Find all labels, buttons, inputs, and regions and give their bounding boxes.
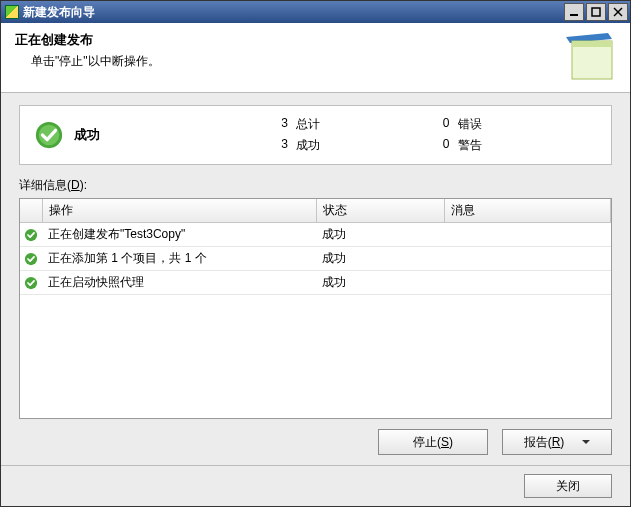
stat-total: 3总计 [274,116,436,133]
page-subtitle: 单击"停止"以中断操作。 [31,53,564,70]
stop-button[interactable]: 停止(S) [378,429,488,455]
window-controls [564,3,628,21]
row-message [444,247,611,271]
window-title: 新建发布向导 [23,4,564,21]
row-message [444,223,611,247]
row-status: 成功 [316,271,444,295]
wizard-body: 成功 3总计 0错误 3成功 0警告 详细信息(D): 操作 状态 消息 正在创… [1,93,630,465]
close-wizard-button[interactable]: 关闭 [524,474,612,498]
minimize-button[interactable] [564,3,584,21]
row-operation: 正在启动快照代理 [42,271,316,295]
row-message [444,271,611,295]
row-status-icon [20,223,42,247]
stat-warn: 0警告 [436,137,598,154]
app-icon [5,5,19,19]
summary-stats: 3总计 0错误 3成功 0警告 [274,116,597,154]
close-button[interactable] [608,3,628,21]
summary-panel: 成功 3总计 0错误 3成功 0警告 [19,105,612,165]
wizard-window: 新建发布向导 正在创建发布 单击"停止"以中断操作。 成功 3总计 0错 [0,0,631,507]
success-icon [34,120,64,150]
col-message[interactable]: 消息 [444,199,611,223]
svg-rect-1 [592,8,600,16]
col-icon[interactable] [20,199,42,223]
row-status-icon [20,271,42,295]
maximize-button[interactable] [586,3,606,21]
row-status: 成功 [316,247,444,271]
wizard-banner-icon [564,31,616,83]
page-title: 正在创建发布 [15,31,564,49]
stat-error: 0错误 [436,116,598,133]
wizard-header: 正在创建发布 单击"停止"以中断操作。 [1,23,630,93]
table-row[interactable]: 正在启动快照代理成功 [20,271,611,295]
row-operation: 正在添加第 1 个项目，共 1 个 [42,247,316,271]
row-status: 成功 [316,223,444,247]
col-operation[interactable]: 操作 [42,199,316,223]
row-operation: 正在创建发布"Test3Copy" [42,223,316,247]
detail-grid[interactable]: 操作 状态 消息 正在创建发布"Test3Copy"成功正在添加第 1 个项目，… [19,198,612,419]
report-button[interactable]: 报告(R) [502,429,612,455]
svg-rect-5 [572,41,612,47]
summary-status: 成功 [74,126,274,144]
row-status-icon [20,247,42,271]
wizard-footer: 关闭 [1,465,630,506]
col-status[interactable]: 状态 [316,199,444,223]
table-row[interactable]: 正在创建发布"Test3Copy"成功 [20,223,611,247]
detail-label: 详细信息(D): [19,177,612,194]
table-row[interactable]: 正在添加第 1 个项目，共 1 个成功 [20,247,611,271]
action-row: 停止(S) 报告(R) [19,419,612,459]
stat-success: 3成功 [274,137,436,154]
titlebar: 新建发布向导 [1,1,630,23]
